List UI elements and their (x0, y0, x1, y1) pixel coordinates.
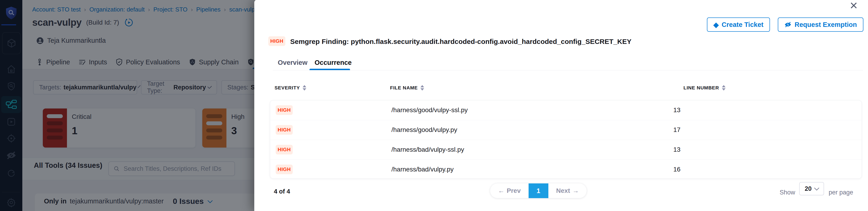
table-row[interactable]: HIGH /harness/bad/vulpy.py 16 (270, 160, 862, 179)
severity-badge: HIGH (268, 36, 285, 46)
per-page-label: per page (829, 189, 853, 196)
page-size-value: 20 (805, 185, 812, 192)
table-row[interactable]: HIGH /harness/good/vulpy-ssl.py 13 (270, 100, 862, 120)
button-label: Next (556, 187, 570, 195)
tab-overview[interactable]: Overview (278, 59, 307, 66)
button-label: Request Exemption (795, 21, 857, 29)
tab-bar-border (273, 70, 863, 70)
modal-backdrop[interactable] (0, 0, 255, 211)
chevron-down-icon (814, 185, 819, 191)
request-exemption-button[interactable]: Request Exemption (778, 17, 863, 32)
severity-badge: HIGH (276, 105, 293, 115)
line-number-cell: 16 (673, 166, 680, 173)
pagination-control: ← Prev 1 Next → (490, 183, 587, 198)
tab-occurrence[interactable]: Occurrence (315, 59, 352, 66)
table-row[interactable]: HIGH /harness/good/vulpy.py 17 (270, 120, 862, 140)
close-icon[interactable]: × (850, 0, 858, 12)
column-label: FILE NAME (390, 85, 418, 91)
sort-icon (421, 85, 424, 91)
column-header-line-number[interactable]: LINE NUMBER (683, 85, 725, 91)
next-page-button[interactable]: Next → (548, 183, 587, 198)
arrow-right-icon: → (572, 187, 579, 195)
ticket-diamond-icon: ◆ (713, 21, 719, 29)
finding-title: Semgrep Finding: python.flask.security.a… (290, 38, 631, 45)
line-number-cell: 17 (673, 126, 680, 134)
occurrence-table: HIGH /harness/good/vulpy-ssl.py 13 HIGH … (270, 100, 862, 179)
table-row[interactable]: HIGH /harness/bad/vulpy-ssl.py 13 (270, 140, 862, 160)
line-number-cell: 13 (673, 106, 680, 114)
file-name-cell: /harness/good/vulpy.py (392, 126, 457, 134)
app-root: Account: STO test › Organization: defaul… (0, 0, 868, 211)
finding-details-modal: × ◆ Create Ticket Request Exemption HIGH… (254, 0, 868, 211)
column-label: LINE NUMBER (683, 85, 719, 91)
column-header-severity[interactable]: SEVERITY (275, 85, 306, 91)
file-name-cell: /harness/good/vulpy-ssl.py (392, 106, 468, 114)
file-name-cell: /harness/bad/vulpy.py (392, 166, 454, 173)
show-label: Show (780, 189, 795, 196)
sort-icon (303, 85, 306, 91)
arrow-left-icon: ← (498, 187, 504, 195)
file-name-cell: /harness/bad/vulpy-ssl.py (392, 146, 464, 153)
line-number-cell: 13 (673, 146, 680, 153)
eye-slash-icon (784, 22, 792, 28)
severity-badge: HIGH (276, 145, 293, 154)
button-label: Prev (507, 187, 521, 195)
sort-icon (722, 85, 725, 91)
current-page-button[interactable]: 1 (529, 183, 548, 198)
create-ticket-button[interactable]: ◆ Create Ticket (707, 17, 770, 32)
button-label: Create Ticket (722, 21, 764, 29)
column-label: SEVERITY (275, 85, 300, 91)
page-size-select[interactable]: 20 (799, 182, 824, 196)
prev-page-button[interactable]: ← Prev (490, 183, 529, 198)
pagination-summary: 4 of 4 (274, 188, 290, 195)
severity-badge: HIGH (276, 165, 293, 174)
column-header-file-name[interactable]: FILE NAME (390, 85, 424, 91)
severity-badge: HIGH (276, 125, 293, 135)
